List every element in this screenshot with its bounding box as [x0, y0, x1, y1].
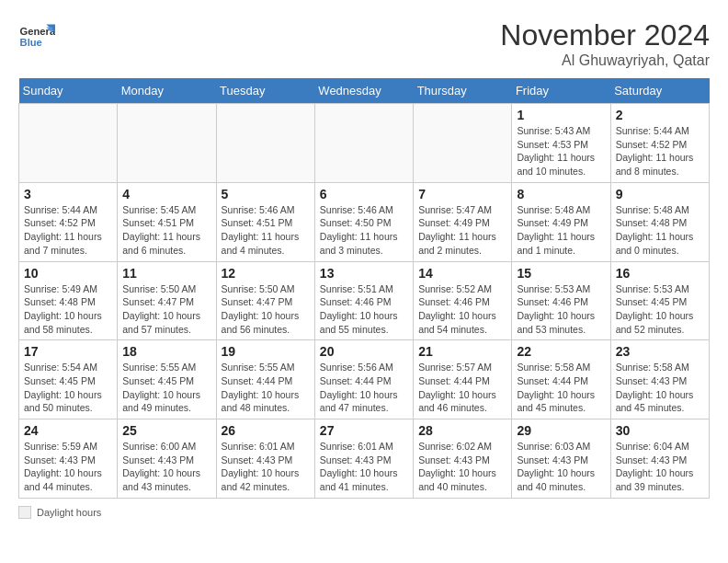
day-number: 7	[418, 187, 506, 201]
day-number: 15	[517, 266, 605, 281]
logo: General Blue	[18, 18, 55, 55]
calendar-cell	[414, 104, 512, 183]
day-number: 9	[616, 187, 704, 201]
day-info: Sunrise: 5:45 AM Sunset: 4:51 PM Dayligh…	[122, 203, 210, 258]
calendar-day-header: Tuesday	[216, 78, 314, 104]
calendar-week-row: 1Sunrise: 5:43 AM Sunset: 4:53 PM Daylig…	[19, 104, 710, 183]
day-number: 4	[122, 187, 210, 201]
calendar-cell: 27Sunrise: 6:01 AM Sunset: 4:43 PM Dayli…	[314, 419, 413, 499]
day-number: 19	[222, 344, 310, 359]
day-info: Sunrise: 6:02 AM Sunset: 4:43 PM Dayligh…	[418, 440, 506, 494]
day-number: 3	[24, 187, 112, 201]
day-number: 29	[517, 423, 605, 438]
calendar-cell: 10Sunrise: 5:49 AM Sunset: 4:48 PM Dayli…	[19, 261, 118, 340]
day-number: 14	[418, 266, 506, 281]
calendar-header-row: SundayMondayTuesdayWednesdayThursdayFrid…	[19, 78, 710, 104]
day-number: 13	[320, 266, 408, 281]
calendar-week-row: 10Sunrise: 5:49 AM Sunset: 4:48 PM Dayli…	[19, 261, 710, 340]
calendar-cell	[314, 104, 413, 183]
calendar-cell	[19, 104, 118, 183]
calendar-day-header: Saturday	[610, 78, 709, 104]
day-info: Sunrise: 5:43 AM Sunset: 4:53 PM Dayligh…	[517, 124, 605, 178]
daylight-label: Daylight hours	[37, 507, 101, 518]
day-info: Sunrise: 5:44 AM Sunset: 4:52 PM Dayligh…	[616, 124, 704, 178]
day-info: Sunrise: 5:55 AM Sunset: 4:45 PM Dayligh…	[122, 361, 210, 415]
calendar-cell: 2Sunrise: 5:44 AM Sunset: 4:52 PM Daylig…	[610, 104, 709, 183]
day-info: Sunrise: 5:51 AM Sunset: 4:46 PM Dayligh…	[320, 282, 408, 337]
day-number: 27	[320, 423, 408, 438]
day-info: Sunrise: 5:56 AM Sunset: 4:44 PM Dayligh…	[320, 361, 408, 415]
calendar-day-header: Monday	[118, 78, 216, 104]
calendar-cell: 4Sunrise: 5:45 AM Sunset: 4:51 PM Daylig…	[118, 182, 216, 261]
day-info: Sunrise: 5:55 AM Sunset: 4:44 PM Dayligh…	[222, 361, 310, 415]
calendar-cell: 22Sunrise: 5:58 AM Sunset: 4:44 PM Dayli…	[512, 340, 610, 419]
calendar-cell: 12Sunrise: 5:50 AM Sunset: 4:47 PM Dayli…	[216, 261, 314, 340]
calendar-day-header: Friday	[512, 78, 610, 104]
day-info: Sunrise: 5:44 AM Sunset: 4:52 PM Dayligh…	[24, 203, 112, 258]
calendar-cell: 7Sunrise: 5:47 AM Sunset: 4:49 PM Daylig…	[414, 182, 512, 261]
calendar-cell: 11Sunrise: 5:50 AM Sunset: 4:47 PM Dayli…	[118, 261, 216, 340]
calendar-day-header: Wednesday	[314, 78, 413, 104]
calendar-cell: 9Sunrise: 5:48 AM Sunset: 4:48 PM Daylig…	[610, 182, 709, 261]
calendar-cell: 16Sunrise: 5:53 AM Sunset: 4:45 PM Dayli…	[610, 261, 709, 340]
calendar-cell: 26Sunrise: 6:01 AM Sunset: 4:43 PM Dayli…	[216, 419, 314, 499]
calendar-week-row: 24Sunrise: 5:59 AM Sunset: 4:43 PM Dayli…	[19, 419, 710, 499]
calendar-day-header: Sunday	[19, 78, 118, 104]
calendar-cell: 30Sunrise: 6:04 AM Sunset: 4:43 PM Dayli…	[610, 419, 709, 499]
calendar-week-row: 17Sunrise: 5:54 AM Sunset: 4:45 PM Dayli…	[19, 340, 710, 419]
calendar-cell: 8Sunrise: 5:48 AM Sunset: 4:49 PM Daylig…	[512, 182, 610, 261]
day-number: 6	[320, 187, 408, 201]
day-info: Sunrise: 5:50 AM Sunset: 4:47 PM Dayligh…	[222, 282, 310, 337]
day-number: 16	[616, 266, 704, 281]
day-info: Sunrise: 6:00 AM Sunset: 4:43 PM Dayligh…	[122, 440, 210, 494]
calendar-table: SundayMondayTuesdayWednesdayThursdayFrid…	[18, 78, 710, 499]
day-info: Sunrise: 6:01 AM Sunset: 4:43 PM Dayligh…	[222, 440, 310, 494]
day-number: 25	[122, 423, 210, 438]
day-number: 22	[517, 344, 605, 359]
day-info: Sunrise: 6:03 AM Sunset: 4:43 PM Dayligh…	[517, 440, 605, 494]
daylight-box	[18, 506, 31, 519]
day-info: Sunrise: 5:48 AM Sunset: 4:49 PM Dayligh…	[517, 203, 605, 258]
calendar-cell: 28Sunrise: 6:02 AM Sunset: 4:43 PM Dayli…	[414, 419, 512, 499]
day-info: Sunrise: 5:49 AM Sunset: 4:48 PM Dayligh…	[24, 282, 112, 337]
day-number: 28	[418, 423, 506, 438]
day-info: Sunrise: 5:47 AM Sunset: 4:49 PM Dayligh…	[418, 203, 506, 258]
day-number: 20	[320, 344, 408, 359]
day-number: 18	[122, 344, 210, 359]
calendar-day-header: Thursday	[414, 78, 512, 104]
day-info: Sunrise: 5:50 AM Sunset: 4:47 PM Dayligh…	[122, 282, 210, 337]
month-title: November 2024	[500, 18, 710, 52]
day-number: 21	[418, 344, 506, 359]
calendar-cell: 6Sunrise: 5:46 AM Sunset: 4:50 PM Daylig…	[314, 182, 413, 261]
footer-note: Daylight hours	[18, 506, 710, 519]
day-number: 5	[222, 187, 310, 201]
calendar-cell	[216, 104, 314, 183]
calendar-cell: 1Sunrise: 5:43 AM Sunset: 4:53 PM Daylig…	[512, 104, 610, 183]
day-info: Sunrise: 5:48 AM Sunset: 4:48 PM Dayligh…	[616, 203, 704, 258]
day-number: 24	[24, 423, 112, 438]
day-number: 8	[517, 187, 605, 201]
day-info: Sunrise: 5:46 AM Sunset: 4:51 PM Dayligh…	[222, 203, 310, 258]
day-number: 12	[222, 266, 310, 281]
svg-text:Blue: Blue	[20, 37, 42, 48]
calendar-cell: 21Sunrise: 5:57 AM Sunset: 4:44 PM Dayli…	[414, 340, 512, 419]
day-info: Sunrise: 5:53 AM Sunset: 4:45 PM Dayligh…	[616, 282, 704, 337]
day-info: Sunrise: 5:53 AM Sunset: 4:46 PM Dayligh…	[517, 282, 605, 337]
calendar-cell: 18Sunrise: 5:55 AM Sunset: 4:45 PM Dayli…	[118, 340, 216, 419]
day-info: Sunrise: 5:58 AM Sunset: 4:44 PM Dayligh…	[517, 361, 605, 415]
calendar-cell: 23Sunrise: 5:58 AM Sunset: 4:43 PM Dayli…	[610, 340, 709, 419]
day-info: Sunrise: 6:04 AM Sunset: 4:43 PM Dayligh…	[616, 440, 704, 494]
day-number: 17	[24, 344, 112, 359]
calendar-cell	[118, 104, 216, 183]
day-number: 10	[24, 266, 112, 281]
calendar-cell: 14Sunrise: 5:52 AM Sunset: 4:46 PM Dayli…	[414, 261, 512, 340]
calendar-cell: 3Sunrise: 5:44 AM Sunset: 4:52 PM Daylig…	[19, 182, 118, 261]
day-info: Sunrise: 5:59 AM Sunset: 4:43 PM Dayligh…	[24, 440, 112, 494]
calendar-week-row: 3Sunrise: 5:44 AM Sunset: 4:52 PM Daylig…	[19, 182, 710, 261]
day-number: 30	[616, 423, 704, 438]
day-number: 2	[616, 108, 704, 122]
title-block: November 2024 Al Ghuwayriyah, Qatar	[500, 18, 710, 69]
location-subtitle: Al Ghuwayriyah, Qatar	[500, 52, 710, 69]
day-info: Sunrise: 6:01 AM Sunset: 4:43 PM Dayligh…	[320, 440, 408, 494]
calendar-cell: 5Sunrise: 5:46 AM Sunset: 4:51 PM Daylig…	[216, 182, 314, 261]
